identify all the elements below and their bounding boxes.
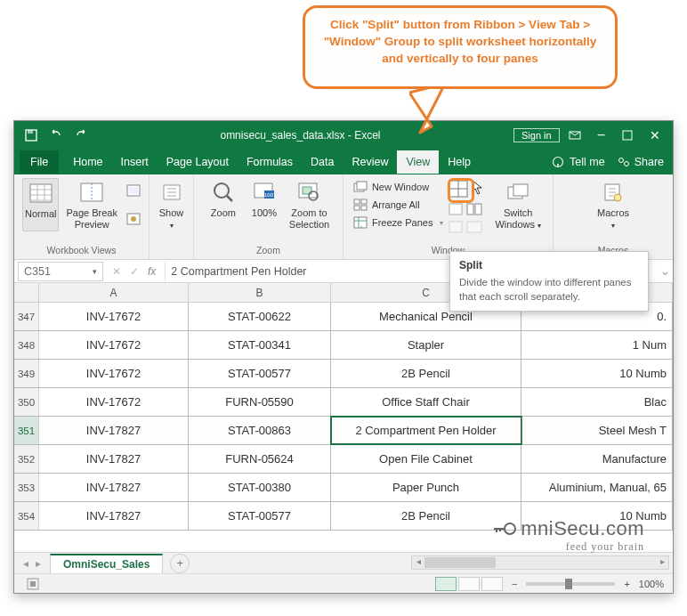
table-row[interactable]: 352INV-17827FURN-05624Open File CabinetM… xyxy=(14,445,673,474)
redo-icon[interactable] xyxy=(75,129,87,142)
record-macro-icon[interactable] xyxy=(27,578,39,590)
table-row[interactable]: 349INV-17672STAT-005772B Pencil10 Numb xyxy=(14,360,673,388)
column-header-B[interactable]: B xyxy=(189,283,331,302)
cell[interactable]: Manufacture xyxy=(521,445,673,473)
cell[interactable]: STAT-00380 xyxy=(189,474,331,501)
cell[interactable]: STAT-00863 xyxy=(189,417,331,444)
cancel-formula-icon[interactable]: ✕ xyxy=(112,265,121,278)
cell[interactable]: 10 Numb xyxy=(521,360,673,387)
table-row[interactable]: 351INV-17827STAT-008632 Compartment Pen … xyxy=(14,417,673,445)
horizontal-scrollbar[interactable]: ◂ ▸ xyxy=(411,555,669,570)
tab-insert[interactable]: Insert xyxy=(112,150,158,174)
zoom-button[interactable]: Zoom xyxy=(206,178,241,231)
row-header[interactable]: 353 xyxy=(14,474,39,501)
cell[interactable]: FURN-05590 xyxy=(189,388,331,416)
cell[interactable]: STAT-00577 xyxy=(189,360,331,387)
cell[interactable]: 1 Num xyxy=(521,331,673,359)
share-button[interactable]: Share xyxy=(618,156,664,168)
cell[interactable]: INV-17827 xyxy=(39,502,189,530)
tab-help[interactable]: Help xyxy=(439,150,480,174)
row-header[interactable]: 354 xyxy=(14,502,39,530)
save-icon[interactable] xyxy=(25,129,37,142)
zoom-level[interactable]: 100% xyxy=(639,579,664,589)
cell[interactable]: 2 Compartment Pen Holder xyxy=(331,417,521,444)
cell[interactable]: Paper Punch xyxy=(331,474,521,501)
tab-home[interactable]: Home xyxy=(64,150,111,174)
scroll-left-icon[interactable]: ◂ xyxy=(412,556,424,569)
row-header[interactable]: 352 xyxy=(14,445,39,473)
arrange-all-button[interactable]: Arrange All xyxy=(353,198,443,212)
cell[interactable]: Aluminium, Manual, 65 xyxy=(521,474,673,501)
cell[interactable]: INV-17827 xyxy=(39,417,189,444)
cell[interactable]: INV-17827 xyxy=(39,474,189,501)
tell-me[interactable]: Tell me xyxy=(552,156,605,168)
custom-views-icon[interactable] xyxy=(126,213,141,225)
maximize-icon[interactable] xyxy=(621,129,634,142)
new-window-button[interactable]: New Window xyxy=(353,180,443,194)
cell[interactable]: Steel Mesh T xyxy=(521,417,673,444)
cell[interactable]: Office Staff Chair xyxy=(331,388,521,416)
freeze-panes-button[interactable]: *Freeze Panes▾ xyxy=(353,215,443,230)
cell[interactable]: 2B Pencil xyxy=(331,360,521,387)
pagelayout-view-icon[interactable] xyxy=(458,577,480,591)
fx-icon[interactable]: fx xyxy=(148,265,156,278)
cell[interactable]: Blac xyxy=(521,388,673,416)
cell[interactable]: Open File Cabinet xyxy=(331,445,521,473)
unhide-icon[interactable] xyxy=(449,221,463,233)
sheet-tab-active[interactable]: OmniSecu_Sales xyxy=(50,554,163,573)
tab-view[interactable]: View xyxy=(397,150,439,174)
normal-view-button[interactable]: Normal xyxy=(22,178,59,231)
tab-page-layout[interactable]: Page Layout xyxy=(158,150,238,174)
minimize-icon[interactable]: − xyxy=(597,127,605,143)
tab-formulas[interactable]: Formulas xyxy=(238,150,302,174)
zoom-in-icon[interactable]: + xyxy=(624,579,629,589)
row-header[interactable]: 349 xyxy=(14,360,39,387)
expand-formula-icon[interactable]: ⌄ xyxy=(657,264,673,278)
switch-windows-button[interactable]: Switch Windows ▾ xyxy=(493,178,543,233)
view-side-icon[interactable] xyxy=(466,203,482,215)
column-header-A[interactable]: A xyxy=(39,283,189,302)
cell[interactable]: INV-17827 xyxy=(39,445,189,473)
row-header[interactable]: 348 xyxy=(14,331,39,359)
cell[interactable]: INV-17672 xyxy=(39,303,189,330)
undo-icon[interactable] xyxy=(50,129,62,142)
namebox-dropdown-icon[interactable]: ▾ xyxy=(93,267,97,276)
zoom-to-selection-button[interactable]: Zoom to Selection xyxy=(287,178,331,231)
cell[interactable]: STAT-00341 xyxy=(189,331,331,359)
name-box[interactable]: C351 ▾ xyxy=(18,262,103,281)
row-header[interactable]: 351 xyxy=(14,417,39,444)
sheet-nav-next-icon[interactable]: ▸ xyxy=(36,557,41,570)
zoom-out-icon[interactable]: − xyxy=(512,579,517,589)
tab-review[interactable]: Review xyxy=(343,150,397,174)
worksheet-grid[interactable]: ABCD 347INV-17672STAT-00622Mechanical Pe… xyxy=(14,283,673,552)
page-break-preview-button[interactable]: Page Break Preview xyxy=(64,178,118,231)
signin-button[interactable]: Sign in xyxy=(513,128,560,142)
cell[interactable]: FURN-05624 xyxy=(189,445,331,473)
table-row[interactable]: 348INV-17672STAT-00341Stapler1 Num xyxy=(14,331,673,360)
select-all-corner[interactable] xyxy=(14,283,39,302)
zoom-100-button[interactable]: 100 100% xyxy=(247,178,282,231)
tab-data[interactable]: Data xyxy=(302,150,343,174)
table-row[interactable]: 350INV-17672FURN-05590Office Staff Chair… xyxy=(14,388,673,417)
add-sheet-button[interactable]: + xyxy=(170,554,190,573)
cell[interactable]: STAT-00577 xyxy=(189,502,331,530)
cell[interactable]: Stapler xyxy=(331,331,521,359)
show-button[interactable]: Show▾ xyxy=(154,178,190,231)
enter-formula-icon[interactable]: ✓ xyxy=(130,265,139,278)
row-header[interactable]: 350 xyxy=(14,388,39,416)
cell[interactable]: INV-17672 xyxy=(39,331,189,359)
normal-view-icon[interactable] xyxy=(435,577,457,591)
macros-button[interactable]: Macros▾ xyxy=(595,178,631,231)
cell[interactable]: INV-17672 xyxy=(39,388,189,416)
hide-icon[interactable] xyxy=(449,203,463,215)
scroll-right-icon[interactable]: ▸ xyxy=(656,556,668,569)
scroll-thumb[interactable] xyxy=(424,557,496,568)
row-header[interactable]: 347 xyxy=(14,303,39,330)
zoom-slider[interactable] xyxy=(526,582,615,586)
page-layout-icon[interactable] xyxy=(126,184,141,197)
cell[interactable]: INV-17672 xyxy=(39,360,189,387)
tab-file[interactable]: File xyxy=(20,150,59,174)
close-icon[interactable]: ✕ xyxy=(650,128,660,142)
sheet-nav-prev-icon[interactable]: ◂ xyxy=(23,557,28,570)
cell[interactable]: STAT-00622 xyxy=(189,303,331,330)
